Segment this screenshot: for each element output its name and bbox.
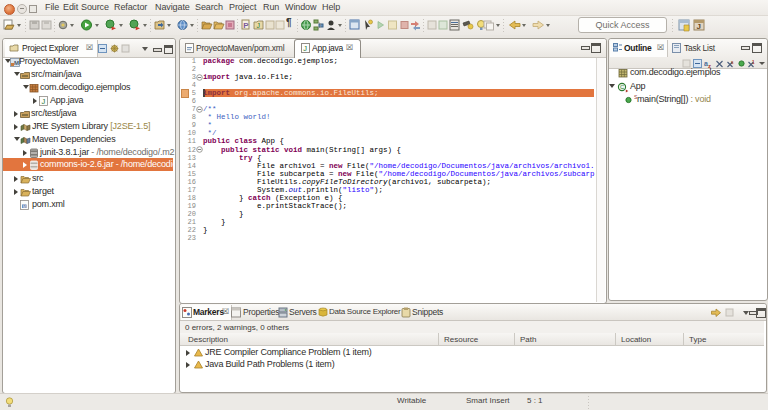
svg-text:J: J: [697, 22, 701, 31]
svg-text:1: 1: [752, 60, 755, 65]
svg-text:s: s: [731, 60, 734, 65]
svg-text:J: J: [42, 97, 46, 106]
svg-text:P: P: [243, 21, 249, 30]
svg-text:C: C: [620, 84, 624, 90]
svg-text:J: J: [257, 22, 261, 29]
svg-text:J: J: [303, 44, 307, 53]
svg-text:M: M: [23, 204, 26, 209]
